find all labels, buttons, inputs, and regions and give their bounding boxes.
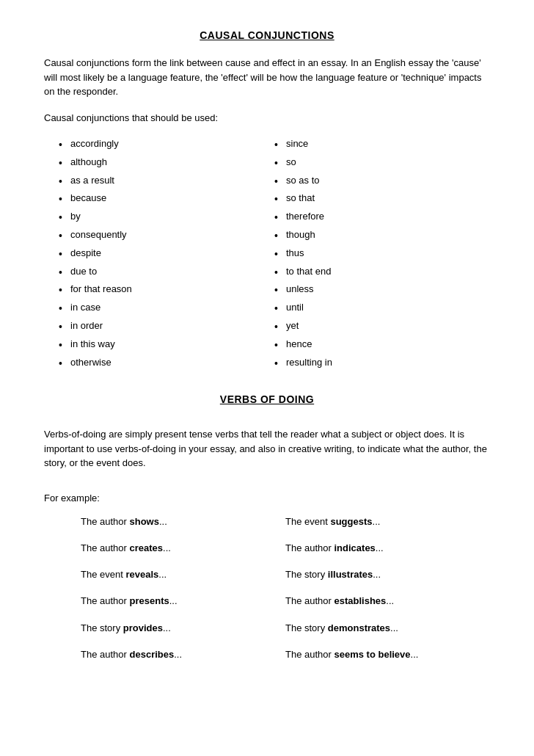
list-item: due to: [59, 263, 274, 281]
example-right: The story demonstrates...: [285, 622, 490, 635]
verb: demonstrates: [328, 622, 390, 633]
page-title: CAUSAL CONJUNCTIONS: [44, 29, 490, 41]
verb: shows: [130, 516, 159, 527]
conjunctions-list: accordinglyalthoughas a resultbecausebyc…: [59, 135, 490, 371]
example-row: The author creates...The author indicate…: [81, 542, 490, 555]
verbs-title: VERBS OF DOING: [44, 393, 490, 405]
list-item: unless: [274, 280, 490, 299]
example-row: The event reveals...The story illustrate…: [81, 568, 490, 581]
list-item: by: [59, 208, 274, 226]
list-item: so: [274, 153, 490, 172]
right-conjunction-list: sincesoso as toso thatthereforethoughthu…: [274, 135, 490, 371]
example-left: The event reveals...: [81, 568, 285, 581]
subtitle-text: Causal conjunctions that should be used:: [44, 111, 490, 126]
left-conjunction-list: accordinglyalthoughas a resultbecausebyc…: [59, 135, 274, 371]
list-item: though: [274, 226, 490, 244]
example-row: The story provides...The story demonstra…: [81, 622, 490, 635]
list-item: so that: [274, 189, 490, 208]
list-item: to that end: [274, 263, 490, 281]
right-column: sincesoso as toso thatthereforethoughthu…: [274, 135, 490, 371]
verb: creates: [130, 542, 164, 553]
verb: presents: [130, 595, 169, 606]
list-item: therefore: [274, 208, 490, 226]
list-item: for that reason: [59, 280, 274, 299]
for-example-label: For example:: [44, 493, 490, 504]
list-item: in this way: [59, 335, 274, 354]
list-item: so as to: [274, 172, 490, 190]
list-item: until: [274, 299, 490, 317]
example-left: The author shows...: [81, 515, 285, 528]
example-right: The author seems to believe...: [285, 648, 490, 661]
verbs-section: VERBS OF DOING Verbs-of-doing are simply…: [44, 393, 490, 661]
list-item: as a result: [59, 172, 274, 190]
example-left: The author creates...: [81, 542, 285, 555]
list-item: consequently: [59, 226, 274, 244]
verb: describes: [130, 649, 175, 660]
example-row: The author describes...The author seems …: [81, 648, 490, 661]
examples-grid: The author shows...The event suggests...…: [81, 515, 490, 661]
verb: establishes: [334, 595, 387, 606]
example-row: The author shows...The event suggests...: [81, 515, 490, 528]
list-item: accordingly: [59, 135, 274, 153]
list-item: thus: [274, 244, 490, 263]
list-item: hence: [274, 335, 490, 354]
example-right: The author establishes...: [285, 595, 490, 608]
verb: suggests: [330, 516, 372, 527]
example-right: The story illustrates...: [285, 568, 490, 581]
verb: illustrates: [328, 569, 373, 580]
verbs-description: Verbs-of-doing are simply present tense …: [44, 427, 490, 470]
example-row: The author presents...The author establi…: [81, 595, 490, 608]
list-item: because: [59, 189, 274, 208]
list-item: in case: [59, 299, 274, 317]
verb: provides: [123, 622, 163, 633]
verb: seems to believe: [334, 649, 411, 660]
intro-paragraph: Causal conjunctions form the link betwee…: [44, 56, 490, 99]
left-column: accordinglyalthoughas a resultbecausebyc…: [59, 135, 274, 371]
list-item: resulting in: [274, 354, 490, 372]
verb: indicates: [334, 542, 376, 553]
list-item: although: [59, 153, 274, 172]
list-item: in order: [59, 317, 274, 335]
list-item: since: [274, 135, 490, 153]
example-right: The event suggests...: [285, 515, 490, 528]
example-left: The author describes...: [81, 648, 285, 661]
list-item: otherwise: [59, 354, 274, 372]
example-left: The story provides...: [81, 622, 285, 635]
list-item: despite: [59, 244, 274, 263]
verb: reveals: [125, 569, 158, 580]
example-right: The author indicates...: [285, 542, 490, 555]
example-left: The author presents...: [81, 595, 285, 608]
list-item: yet: [274, 317, 490, 335]
